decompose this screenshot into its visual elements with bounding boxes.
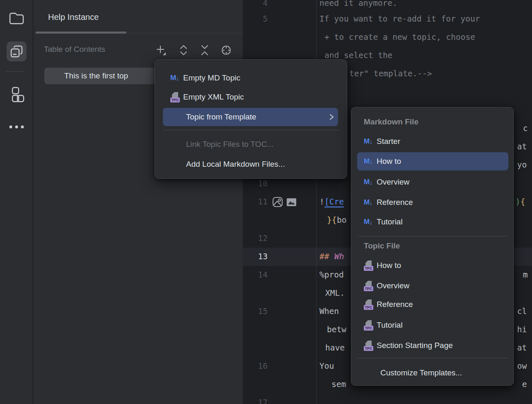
menu-item-link-topic-files: Link Topic Files to TOC... <box>186 135 273 153</box>
line-number: 12 <box>243 229 268 248</box>
code-heading-marker: ## <box>319 248 329 266</box>
activity-bar-divider <box>6 71 24 72</box>
markdown-file-icon: M↓ <box>364 198 377 207</box>
submenu-item-md-starter[interactable]: M↓ Starter <box>364 132 400 151</box>
code-text: ter" template.--> <box>349 65 432 83</box>
menu-separator <box>163 130 338 130</box>
activity-bar <box>0 0 33 404</box>
template-submenu: Markdown File M↓ Starter M↓ How to M↓ Ov… <box>351 107 514 386</box>
topic-file-icon: TPC <box>364 341 375 351</box>
topic-file-icon: TPC <box>364 281 375 291</box>
add-topic-context-menu: M↓ Empty MD Topic TPC Empty XML Topic To… <box>155 59 347 179</box>
menu-item-label: How to <box>377 261 401 270</box>
menu-item-label: Empty MD Topic <box>183 73 240 83</box>
submenu-item-tpc-how-to[interactable]: TPC How to <box>364 256 401 275</box>
code-text: }{ <box>327 211 336 229</box>
folder-icon <box>9 11 24 25</box>
line-number-current: 13 <box>243 248 268 266</box>
menu-item-empty-xml-topic[interactable]: TPC Empty XML Topic <box>170 88 244 106</box>
line-number: 14 <box>243 266 268 284</box>
more-tools-button[interactable] <box>7 117 27 137</box>
menu-item-label: Tutorial <box>377 217 403 226</box>
menu-item-label: Customize Templates... <box>380 368 462 377</box>
markdown-file-icon: M↓ <box>364 137 377 146</box>
menu-item-topic-from-template[interactable]: Topic from Template <box>186 108 256 126</box>
code-text: You <box>319 357 334 375</box>
instances-icon <box>10 44 24 58</box>
code-text: e <box>522 375 527 394</box>
menu-item-add-local-markdown[interactable]: Add Local Markdown Files... <box>186 155 285 173</box>
menu-item-label: Overview <box>377 178 409 187</box>
topic-file-icon: TPC <box>364 260 375 271</box>
line-number: 5 <box>243 10 268 28</box>
structure-tool-button[interactable] <box>7 85 27 105</box>
code-text: c <box>523 119 528 138</box>
markdown-file-icon: M↓ <box>364 178 377 186</box>
menu-item-label: Empty XML Topic <box>183 92 244 102</box>
image-thumbnail-icon[interactable] <box>287 198 296 206</box>
code-text: ) <box>515 193 520 211</box>
code-text: ow <box>517 357 527 375</box>
structure-icon <box>8 86 25 103</box>
submenu-item-tpc-reference[interactable]: TPC Reference <box>364 295 413 314</box>
topic-file-icon: TPC <box>364 320 375 331</box>
topic-file-icon: TPC <box>364 299 375 310</box>
image-preview-outline-icon[interactable] <box>272 197 283 207</box>
add-topic-button[interactable] <box>155 44 167 56</box>
submenu-item-tpc-section-starting-page[interactable]: TPC Section Starting Page <box>364 336 453 355</box>
submenu-item-md-overview[interactable]: M↓ Overview <box>364 173 409 191</box>
submenu-item-customize-templates[interactable]: Customize Templates... <box>380 364 462 382</box>
menu-item-label: Section Starting Page <box>377 341 453 350</box>
submenu-item-md-how-to[interactable]: M↓ How to <box>364 152 401 170</box>
code-heading-text: Wh <box>334 248 344 266</box>
tree-item-label: This is the first top <box>64 71 128 80</box>
code-text: XML. <box>325 284 345 302</box>
submenu-group-header-markdown: Markdown File <box>364 117 418 127</box>
tab-underline <box>36 32 126 34</box>
toc-tree-item-first-topic[interactable]: This is the first top <box>44 68 160 84</box>
menu-item-label: Starter <box>377 137 400 146</box>
submenu-item-md-tutorial[interactable]: M↓ Tutorial <box>364 213 403 231</box>
topic-file-icon: TPC <box>170 92 181 102</box>
line-number: 17 <box>243 394 268 404</box>
submenu-item-tpc-overview[interactable]: TPC Overview <box>364 277 409 295</box>
menu-item-label: Reference <box>377 300 413 309</box>
menu-item-label: Link Topic Files to TOC... <box>186 140 273 149</box>
tool-window-title: Help Instance <box>48 12 99 22</box>
instances-tool-button[interactable] <box>7 41 27 61</box>
submenu-arrow-icon <box>329 114 334 120</box>
menu-item-label: Overview <box>377 281 409 290</box>
code-text: When <box>319 302 339 321</box>
more-icon <box>8 125 25 129</box>
code-text: m <box>523 266 528 284</box>
code-text: have <box>325 339 345 357</box>
markdown-file-icon: M↓ <box>170 74 183 82</box>
code-text: cl <box>517 302 527 321</box>
line-number: 15 <box>243 302 268 321</box>
code-text: betw <box>327 321 346 339</box>
code-text: %prod <box>319 266 344 284</box>
submenu-item-tpc-tutorial[interactable]: TPC Tutorial <box>364 316 403 334</box>
project-tool-button[interactable] <box>7 8 27 28</box>
menu-item-empty-md-topic[interactable]: M↓ Empty MD Topic <box>170 69 240 87</box>
line-number: 16 <box>243 357 268 375</box>
submenu-separator <box>358 236 508 236</box>
submenu-group-header-topic: Topic File <box>364 241 400 251</box>
locate-in-toc-button[interactable] <box>220 44 232 56</box>
code-text: If you want to re-add it for your <box>319 10 480 28</box>
toc-section-label: Table of Contents <box>44 45 105 54</box>
markdown-file-icon: M↓ <box>364 218 377 226</box>
expand-all-button[interactable] <box>177 44 190 56</box>
submenu-separator <box>358 358 508 358</box>
collapse-all-button[interactable] <box>198 44 211 56</box>
code-link[interactable]: [Cre <box>324 193 344 211</box>
menu-item-label: Reference <box>377 198 413 207</box>
menu-item-label: How to <box>377 157 401 166</box>
markdown-file-icon: M↓ <box>364 157 377 165</box>
code-text: bo <box>337 211 346 229</box>
submenu-item-md-reference[interactable]: M↓ Reference <box>364 193 413 212</box>
code-text: + to create a new topic, choose <box>324 28 480 46</box>
menu-item-label: Tutorial <box>377 321 403 330</box>
menu-item-label: Add Local Markdown Files... <box>186 160 285 169</box>
code-text: at <box>517 339 527 357</box>
